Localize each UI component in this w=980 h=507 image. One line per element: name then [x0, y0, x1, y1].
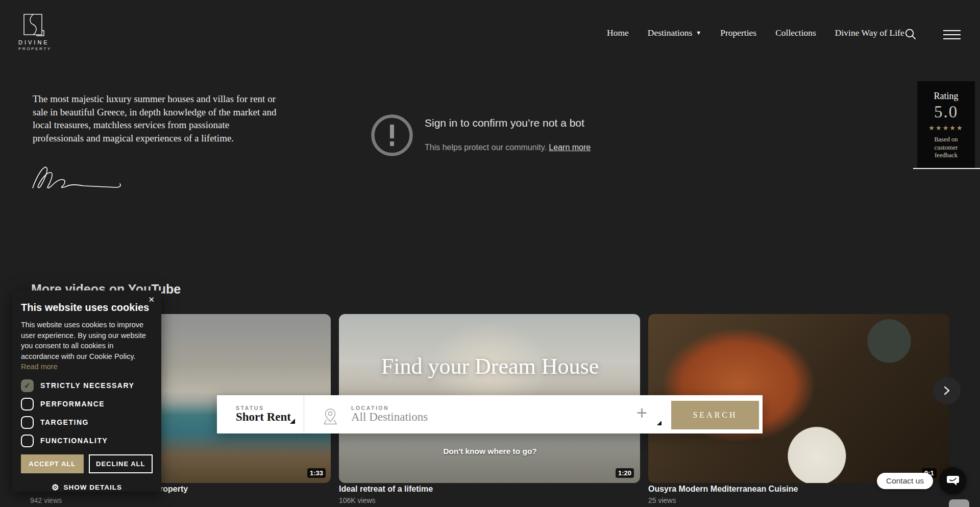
- show-details-button[interactable]: ⚙SHOW DETAILS: [21, 482, 153, 492]
- rating-stars: ★★★★★: [917, 124, 975, 132]
- close-icon[interactable]: ✕: [148, 295, 155, 304]
- cookie-option-label: FUNCTIONALITY: [40, 437, 108, 445]
- checkbox-targeting[interactable]: [21, 416, 34, 429]
- cookie-option-label: PERFORMANCE: [40, 400, 105, 408]
- location-select[interactable]: All Destinations: [351, 411, 428, 424]
- contact-us-label[interactable]: Contact us: [877, 473, 933, 489]
- video-title[interactable]: Ideal retreat of a lifetime: [339, 485, 433, 494]
- status-select[interactable]: Short Rent: [236, 411, 291, 424]
- signin-message: Sign in to confirm you’re not a bot: [425, 117, 584, 129]
- video-views: 106K views: [339, 496, 376, 504]
- cookie-consent-dialog: ✕ This website uses cookies This website…: [12, 291, 161, 492]
- rating-score: 5.0: [917, 103, 975, 122]
- cookie-option-row: PERFORMANCE: [21, 398, 153, 411]
- chat-button[interactable]: [939, 467, 966, 494]
- rating-underline: [913, 168, 980, 169]
- rating-widget[interactable]: Rating 5.0 ★★★★★ Based on customer feedb…: [917, 81, 975, 168]
- cookie-body: This website uses cookies to improve use…: [21, 320, 153, 372]
- nav-item-divine-way-of-life[interactable]: Divine Way of Life: [835, 28, 904, 38]
- cookie-title: This website uses cookies: [21, 302, 153, 313]
- nav-item-destinations[interactable]: Destinations▼: [648, 28, 701, 38]
- property-search-bar: STATUS Short Rent LOCATION All Destinati…: [217, 395, 763, 433]
- checkbox-functionality[interactable]: [21, 434, 34, 447]
- video-duration-badge: 1:20: [616, 468, 634, 478]
- page: DIVINE PROPERTY Home Destinations▼ Prope…: [0, 0, 980, 507]
- main-nav: Home Destinations▼ Properties Collection…: [607, 28, 904, 38]
- map-pin-icon: [322, 407, 339, 426]
- dont-know-where-link[interactable]: Don't know where to go?: [388, 447, 592, 456]
- cookie-options: ✓ STRICTLY NECESSARY PERFORMANCE TARGETI…: [21, 379, 153, 447]
- cookie-option-row: ✓ STRICTLY NECESSARY: [21, 379, 153, 392]
- dropdown-triangle-icon: [657, 421, 662, 425]
- divider: [304, 395, 304, 433]
- video-duration-badge: 1:33: [307, 468, 326, 478]
- brand-name: DIVINE: [18, 39, 49, 45]
- carousel-next-button[interactable]: [933, 377, 961, 404]
- brand-logo-icon: [22, 13, 45, 37]
- cookie-option-row: TARGETING: [21, 416, 153, 429]
- intro-text: The most majestic luxury summer houses a…: [33, 92, 279, 144]
- signin-subtext: This helps protect our community. Learn …: [425, 143, 591, 152]
- nav-item-properties[interactable]: Properties: [720, 28, 756, 38]
- decline-all-button[interactable]: DECLINE ALL: [89, 454, 153, 473]
- nav-item-collections[interactable]: Collections: [775, 28, 816, 38]
- chevron-right-icon: [942, 386, 951, 395]
- nav-item-home[interactable]: Home: [607, 28, 629, 38]
- video-views: 25 views: [648, 496, 676, 504]
- video-title[interactable]: roperty: [160, 485, 188, 494]
- chat-bubble-icon: [946, 474, 960, 488]
- menu-icon[interactable]: [943, 30, 961, 42]
- hero-title: Find your Dream House: [337, 353, 643, 379]
- dropdown-triangle-icon: [290, 419, 295, 424]
- cookie-option-label: STRICTLY NECESSARY: [40, 381, 134, 390]
- signature-image: [31, 162, 125, 198]
- widget-corner-chip: [949, 499, 969, 507]
- search-icon[interactable]: [904, 28, 917, 42]
- search-button[interactable]: SEARCH: [671, 401, 759, 429]
- video-title[interactable]: Ousyra Modern Mediterranean Cuisine: [648, 485, 798, 494]
- exclamation-circle-icon: [371, 114, 413, 157]
- rating-label: Rating: [917, 81, 975, 102]
- brand-logo[interactable]: DIVINE PROPERTY: [18, 13, 49, 51]
- chevron-down-icon: ▼: [696, 30, 701, 36]
- plus-icon[interactable]: +: [636, 402, 647, 424]
- brand-subname: PROPERTY: [18, 46, 49, 51]
- accept-all-button[interactable]: ACCEPT ALL: [21, 454, 84, 473]
- read-more-link[interactable]: Read more: [21, 363, 58, 371]
- video-views: 942 views: [30, 496, 62, 504]
- checkbox-performance[interactable]: [21, 398, 34, 411]
- gear-icon: ⚙: [52, 483, 59, 492]
- cookie-option-row: FUNCTIONALITY: [21, 434, 153, 447]
- cookie-option-label: TARGETING: [40, 418, 89, 426]
- checkbox-strictly-necessary[interactable]: ✓: [21, 379, 34, 392]
- rating-caption: Based on customer feedback: [926, 136, 967, 160]
- learn-more-link[interactable]: Learn more: [549, 143, 591, 152]
